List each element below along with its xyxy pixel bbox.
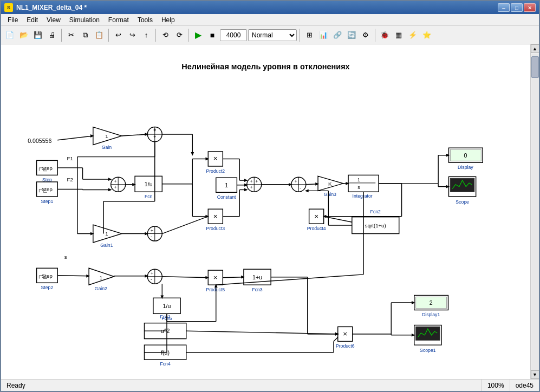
scrollbar-vertical[interactable]: ▲ ▼ <box>530 44 539 379</box>
print-button[interactable]: 🖨 <box>45 29 58 42</box>
svg-marker-186 <box>335 332 339 336</box>
svg-text:-: - <box>300 185 301 191</box>
new-button[interactable]: 📄 <box>3 29 16 42</box>
svg-text:s: s <box>357 185 360 190</box>
svg-marker-173 <box>305 189 309 192</box>
svg-marker-20 <box>93 225 122 243</box>
menu-view[interactable]: View <box>42 15 65 25</box>
svg-text:K: K <box>328 181 332 187</box>
svg-rect-14 <box>37 268 58 283</box>
svg-text:+: + <box>250 185 253 190</box>
svg-text:Integrator: Integrator <box>353 193 373 199</box>
run-button[interactable]: ▶ <box>192 29 205 42</box>
debug4-icon[interactable]: ⭐ <box>420 29 433 42</box>
open-button[interactable]: 📂 <box>17 29 30 42</box>
paste-button[interactable]: 📋 <box>93 29 106 42</box>
sim-mode-dropdown[interactable]: Normal Accelerator Rapid Accelerator <box>248 29 297 41</box>
svg-point-29 <box>147 127 162 142</box>
svg-text:1: 1 <box>105 133 108 139</box>
save-button[interactable]: 💾 <box>31 29 44 42</box>
svg-text:2: 2 <box>430 299 433 306</box>
redo-button[interactable]: ↪ <box>126 29 139 42</box>
svg-marker-156 <box>315 182 319 186</box>
svg-line-126 <box>122 134 147 136</box>
svg-marker-125 <box>108 188 112 192</box>
svg-rect-94 <box>244 269 271 285</box>
svg-text:Fcn3: Fcn3 <box>252 287 262 292</box>
maximize-button[interactable]: □ <box>511 3 523 12</box>
debug3-icon[interactable]: ⚡ <box>406 29 419 42</box>
svg-rect-70 <box>216 178 237 192</box>
stop-button[interactable]: ■ <box>206 29 219 42</box>
menu-file[interactable]: File <box>3 15 22 25</box>
extra1-icon[interactable]: ⚙ <box>359 29 372 42</box>
grid-icon[interactable]: ⊞ <box>303 29 316 42</box>
app-icon: S <box>4 3 13 12</box>
svg-rect-67 <box>208 209 223 224</box>
status-bar: Ready 100% ode45 <box>1 379 539 391</box>
svg-text:Scope: Scope <box>456 199 469 205</box>
svg-rect-89 <box>450 178 474 192</box>
svg-marker-127 <box>145 133 148 136</box>
copy-button[interactable]: ⧉ <box>79 29 92 42</box>
svg-text:×: × <box>213 154 218 162</box>
debug1-icon[interactable]: 🐞 <box>378 29 391 42</box>
svg-text:-: - <box>151 234 152 239</box>
svg-text:Fcn5: Fcn5 <box>161 316 172 321</box>
svg-marker-180 <box>205 276 209 279</box>
chart-icon[interactable]: 📊 <box>317 29 330 42</box>
svg-line-174 <box>324 217 352 223</box>
svg-marker-136 <box>205 215 209 218</box>
scroll-up-button[interactable]: ▲ <box>531 44 539 53</box>
menu-simulation[interactable]: Simulation <box>65 15 104 25</box>
link-icon[interactable]: 🔗 <box>331 29 344 42</box>
svg-marker-188 <box>160 296 164 299</box>
up-button[interactable]: ↑ <box>140 29 153 42</box>
sim-time-input[interactable]: 4000 <box>220 29 247 41</box>
fwd-button[interactable]: ⟳ <box>173 29 186 42</box>
minimize-button[interactable]: – <box>498 3 510 12</box>
svg-text:1: 1 <box>225 182 228 188</box>
menu-format[interactable]: Format <box>104 15 133 25</box>
svg-text:alfa=0.61: alfa=0.61 <box>67 378 91 379</box>
back-button[interactable]: ⟲ <box>159 29 172 42</box>
svg-marker-176 <box>86 275 90 278</box>
menu-help[interactable]: Help <box>157 15 179 25</box>
undo-button[interactable]: ↩ <box>112 29 125 42</box>
svg-text:×: × <box>213 212 218 220</box>
canvas-area[interactable]: Нелинейная модель уровня в отклонениях 0… <box>1 44 530 379</box>
scroll-down-button[interactable]: ▼ <box>531 370 539 379</box>
svg-marker-150 <box>244 188 248 192</box>
svg-marker-146 <box>244 179 248 182</box>
sep6 <box>375 29 375 42</box>
svg-text:Product3: Product3 <box>206 226 225 231</box>
svg-rect-61 <box>135 176 162 192</box>
svg-text:×: × <box>343 330 347 338</box>
svg-line-179 <box>162 277 208 278</box>
svg-text:+: + <box>250 179 253 184</box>
svg-rect-8 <box>37 160 58 175</box>
menu-edit[interactable]: Edit <box>22 15 42 25</box>
svg-text:+: + <box>295 179 297 184</box>
scroll-track[interactable] <box>531 54 539 370</box>
svg-text:+: + <box>153 128 156 133</box>
close-button[interactable]: ✕ <box>524 3 536 12</box>
sep2 <box>108 29 109 42</box>
svg-text:Display1: Display1 <box>422 312 440 317</box>
title-bar-controls: – □ ✕ <box>498 3 536 12</box>
svg-text:+: + <box>114 185 116 190</box>
svg-marker-23 <box>89 268 114 285</box>
svg-line-197 <box>334 337 338 342</box>
svg-text:Product5: Product5 <box>206 287 225 292</box>
refresh-icon[interactable]: 🔄 <box>345 29 358 42</box>
svg-rect-109 <box>414 296 448 310</box>
svg-text:+: + <box>153 127 156 133</box>
svg-rect-76 <box>352 217 399 234</box>
svg-text:-: - <box>151 277 152 282</box>
menu-tools[interactable]: Tools <box>133 15 157 25</box>
scroll-thumb[interactable] <box>531 56 539 78</box>
debug2-icon[interactable]: ▦ <box>392 29 405 42</box>
cut-button[interactable]: ✂ <box>64 29 77 42</box>
svg-rect-100 <box>144 323 186 339</box>
svg-line-175 <box>57 276 89 276</box>
